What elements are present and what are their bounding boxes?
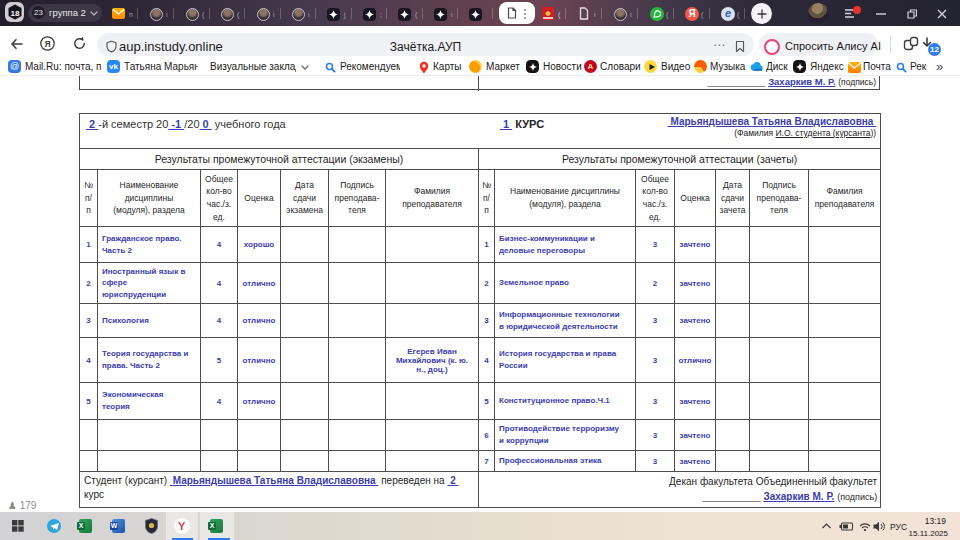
svg-text:Я: Я	[44, 39, 50, 49]
svg-text:18: 18	[10, 9, 19, 18]
